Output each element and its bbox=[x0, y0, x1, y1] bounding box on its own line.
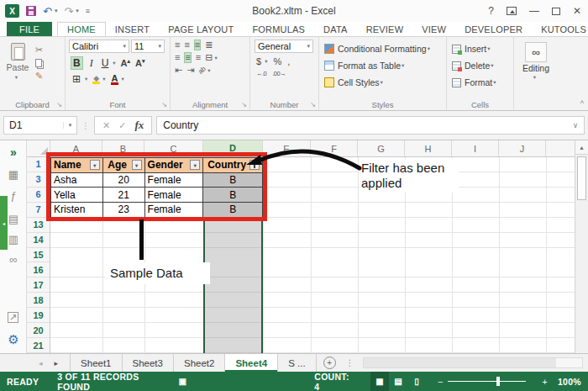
merge-center-icon[interactable]: ⊟ bbox=[205, 53, 213, 62]
underline-button[interactable]: U bbox=[100, 57, 111, 69]
find-panel-icon[interactable]: ∞ bbox=[0, 253, 27, 266]
row-header-20[interactable]: 20 bbox=[27, 323, 50, 338]
tab-review[interactable]: REVIEW bbox=[357, 22, 413, 36]
insert-button[interactable]: Insert ▾ bbox=[452, 40, 513, 57]
column-header-f[interactable]: F bbox=[311, 140, 358, 156]
font-name-select[interactable]: Calibri ▾ bbox=[69, 40, 129, 53]
settings-gear-icon[interactable]: ⚙ bbox=[0, 332, 27, 347]
increase-indent-icon[interactable]: ⇥ bbox=[186, 66, 194, 75]
tab-file[interactable]: FILE bbox=[7, 22, 52, 36]
align-left-icon[interactable]: ≡ bbox=[175, 53, 180, 62]
sheet-tab-overflow[interactable]: S ... bbox=[278, 354, 316, 372]
export-panel-icon[interactable]: ↗ bbox=[8, 312, 18, 323]
orientation-icon[interactable]: ab bbox=[197, 65, 208, 76]
horizontal-scrollbar-thumb[interactable] bbox=[364, 358, 556, 367]
copy-icon[interactable] bbox=[35, 59, 42, 67]
page-layout-view-icon[interactable]: ▤ bbox=[389, 372, 407, 391]
column-header-g[interactable]: G bbox=[358, 140, 405, 156]
zoom-level[interactable]: 100% bbox=[558, 377, 581, 387]
font-size-select[interactable]: 11 ▾ bbox=[131, 40, 165, 53]
scrollbar-thumb[interactable] bbox=[577, 156, 586, 200]
maximize-icon[interactable] bbox=[552, 8, 560, 15]
name-box-caret-icon[interactable]: ▾ bbox=[63, 122, 76, 129]
redo-icon[interactable]: ↷ bbox=[64, 6, 73, 17]
tab-view[interactable]: VIEW bbox=[412, 22, 455, 36]
tab-developer[interactable]: DEVELOPER bbox=[455, 22, 532, 36]
column-header-e[interactable]: E bbox=[263, 140, 311, 156]
cell-styles-button[interactable]: Cell Styles ▾ bbox=[324, 74, 446, 91]
number-format-select[interactable]: General ▾ bbox=[255, 40, 313, 53]
customize-toolbar-icon[interactable]: ≡ bbox=[86, 7, 90, 15]
shrink-font-button[interactable]: A▾ bbox=[135, 58, 144, 68]
tab-kutools[interactable]: KUTOOLS ™ bbox=[532, 22, 588, 36]
borders-button[interactable]: ⊞ bbox=[71, 73, 82, 85]
sheet-tab-sheet3[interactable]: Sheet3 bbox=[123, 354, 174, 372]
zoom-in-icon[interactable]: + bbox=[543, 377, 548, 387]
name-box[interactable]: D1 ▾ bbox=[3, 116, 77, 135]
sheet-tab-sheet1[interactable]: Sheet1 bbox=[70, 354, 122, 372]
row-header-15[interactable]: 15 bbox=[27, 248, 50, 263]
orientation-caret-icon[interactable]: ▾ bbox=[207, 67, 210, 74]
conditional-formatting-button[interactable]: Conditional Formatting ▾ bbox=[324, 40, 446, 57]
collapse-ribbon-icon[interactable]: ^ bbox=[580, 99, 584, 108]
sheet-tab-sheet4[interactable]: Sheet4 bbox=[225, 354, 278, 372]
horizontal-scrollbar[interactable] bbox=[363, 357, 583, 368]
enter-icon[interactable]: ✓ bbox=[118, 120, 126, 131]
group-editing[interactable]: ∞ Editing ▾ bbox=[514, 37, 558, 110]
expand-formula-bar-icon[interactable]: ∨ bbox=[567, 121, 584, 129]
accounting-caret-icon[interactable]: ▾ bbox=[265, 58, 267, 65]
previous-sheet-icon[interactable]: ◂ bbox=[39, 359, 43, 367]
expand-panel-icon[interactable]: » bbox=[0, 145, 27, 159]
minimize-icon[interactable]: — bbox=[529, 5, 539, 17]
row-header-21[interactable]: 21 bbox=[27, 338, 50, 353]
formula-input[interactable]: Country ∨ bbox=[156, 116, 585, 135]
undo-caret-icon[interactable]: ▾ bbox=[55, 8, 58, 14]
align-center-icon[interactable]: ≡ bbox=[184, 52, 191, 63]
column-header-h[interactable]: H bbox=[405, 140, 452, 156]
bold-button[interactable]: B bbox=[71, 56, 83, 70]
percent-style-icon[interactable]: % bbox=[273, 56, 281, 66]
accounting-format-icon[interactable]: $ bbox=[256, 56, 261, 66]
page-break-view-icon[interactable]: ▯ bbox=[407, 372, 426, 391]
fill-color-icon[interactable]: ◆ bbox=[92, 75, 100, 84]
font-dialog-launcher-icon[interactable]: ↘ bbox=[161, 101, 167, 108]
tab-insert[interactable]: INSERT bbox=[106, 22, 159, 36]
clipboard-dialog-launcher-icon[interactable]: ↘ bbox=[56, 101, 62, 108]
increase-decimal-icon[interactable]: ←.0 bbox=[256, 70, 266, 77]
alignment-dialog-launcher-icon[interactable]: ↘ bbox=[241, 101, 247, 108]
font-color-icon[interactable]: A bbox=[111, 74, 119, 85]
help-icon[interactable]: ? bbox=[488, 5, 494, 17]
cells-area[interactable]: Name ▾ Age ▾ Gender ▾ Country bbox=[50, 157, 575, 353]
tab-formulas[interactable]: FORMULAS bbox=[243, 22, 314, 36]
decrease-indent-icon[interactable]: ⇤ bbox=[175, 66, 182, 75]
row-header-16[interactable]: 16 bbox=[27, 262, 50, 277]
sheet-menu-icon[interactable]: ⋮ bbox=[346, 358, 354, 367]
ribbon-display-options-icon[interactable] bbox=[507, 7, 517, 15]
scroll-up-icon[interactable]: ▲ bbox=[575, 140, 588, 155]
align-middle-icon[interactable]: ≡ bbox=[184, 40, 189, 50]
zoom-slider-thumb[interactable] bbox=[496, 377, 500, 386]
align-top-icon[interactable]: ≡ bbox=[175, 40, 180, 50]
italic-button[interactable]: I bbox=[88, 57, 95, 69]
tab-data[interactable]: DATA bbox=[314, 22, 357, 36]
column-header-j[interactable]: J bbox=[499, 140, 546, 156]
vertical-scrollbar[interactable]: ▲ bbox=[575, 140, 588, 353]
merge-caret-icon[interactable]: ▾ bbox=[214, 55, 217, 61]
format-as-table-button[interactable]: Format as Table ▾ bbox=[324, 57, 446, 74]
close-icon[interactable]: ✕ bbox=[573, 5, 581, 17]
normal-view-icon[interactable]: ▦ bbox=[370, 372, 389, 391]
format-button[interactable]: Format ▾ bbox=[452, 74, 513, 91]
underline-caret-icon[interactable]: ▾ bbox=[113, 60, 115, 66]
comma-style-icon[interactable]: , bbox=[287, 56, 290, 66]
tab-home[interactable]: HOME bbox=[57, 22, 106, 36]
tab-page-layout[interactable]: PAGE LAYOUT bbox=[159, 22, 243, 36]
wrap-text-icon[interactable]: ≣ bbox=[205, 40, 213, 50]
align-bottom-icon[interactable]: ≡ bbox=[194, 40, 201, 50]
number-dialog-launcher-icon[interactable]: ↘ bbox=[310, 101, 316, 108]
align-right-icon[interactable]: ≡ bbox=[196, 53, 201, 62]
next-sheet-icon[interactable]: ▸ bbox=[55, 359, 59, 367]
undo-icon[interactable]: ↶ bbox=[43, 6, 52, 17]
save-icon[interactable] bbox=[26, 6, 36, 16]
redo-caret-icon[interactable]: ▾ bbox=[76, 8, 79, 14]
macro-record-icon[interactable]: ▣ bbox=[179, 377, 187, 386]
